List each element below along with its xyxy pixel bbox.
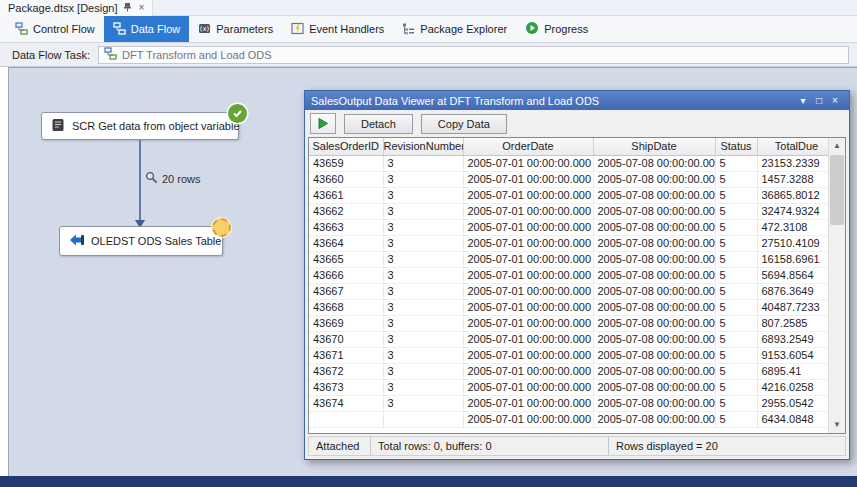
data-viewer-annotation[interactable]: 20 rows bbox=[145, 171, 201, 186]
grid-row[interactable]: 4365932005-07-01 00:00:00.0002005-07-08 … bbox=[309, 155, 828, 171]
grid-row[interactable]: 4366932005-07-01 00:00:00.0002005-07-08 … bbox=[309, 315, 828, 331]
grid-row[interactable]: 4366732005-07-01 00:00:00.0002005-07-08 … bbox=[309, 283, 828, 299]
grid-row[interactable]: 4367032005-07-01 00:00:00.0002005-07-08 … bbox=[309, 331, 828, 347]
data-flow-task-value: DFT Transform and Load ODS bbox=[122, 49, 272, 61]
play-button[interactable] bbox=[310, 113, 336, 134]
task-icon bbox=[104, 47, 117, 62]
grid-cell: 27510.4109 bbox=[757, 235, 828, 251]
column-header[interactable]: RevisionNumber bbox=[383, 138, 463, 155]
close-icon[interactable]: × bbox=[827, 93, 843, 109]
tab-data-flow[interactable]: Data Flow bbox=[104, 16, 190, 42]
data-flow-task-combo[interactable]: DFT Transform and Load ODS bbox=[98, 46, 849, 64]
document-tab-package[interactable]: Package.dtsx [Design] × bbox=[0, 0, 153, 16]
task-script-source[interactable]: SCR Get data from object variable bbox=[41, 112, 239, 140]
grid-row[interactable]: 4366132005-07-01 00:00:00.0002005-07-08 … bbox=[309, 187, 828, 203]
grid-cell: 43672 bbox=[309, 363, 383, 379]
grid-cell: 5 bbox=[715, 235, 757, 251]
grid-cell: 5 bbox=[715, 363, 757, 379]
grid-cell: 2005-07-08 00:00:00.000 bbox=[593, 187, 715, 203]
total-rows-status: Total rows: 0, buffers: 0 bbox=[371, 437, 609, 455]
grid-cell: 40487.7233 bbox=[757, 299, 828, 315]
grid-cell: 5 bbox=[715, 411, 757, 427]
tab-label: Package Explorer bbox=[420, 23, 507, 35]
package-explorer-icon bbox=[402, 22, 415, 37]
vs-status-bar bbox=[0, 476, 857, 487]
grid-cell: 2005-07-01 00:00:00.000 bbox=[463, 299, 593, 315]
data-viewer-toolbar: Detach Copy Data bbox=[305, 110, 849, 137]
grid-cell: 36865.8012 bbox=[757, 187, 828, 203]
design-surface[interactable]: SCR Get data from object variable 20 row… bbox=[8, 67, 857, 476]
tab-label: Event Handlers bbox=[309, 23, 384, 35]
copy-data-button[interactable]: Copy Data bbox=[421, 114, 507, 134]
grid-cell: 6876.3649 bbox=[757, 283, 828, 299]
tab-progress[interactable]: Progress bbox=[516, 16, 597, 42]
grid-row[interactable]: 4367132005-07-01 00:00:00.0002005-07-08 … bbox=[309, 347, 828, 363]
grid-viewport[interactable]: SalesOrderIDRevisionNumberOrderDateShipD… bbox=[309, 138, 828, 433]
chevron-down-icon[interactable]: ▾ bbox=[795, 93, 811, 109]
grid-row[interactable]: 4366632005-07-01 00:00:00.0002005-07-08 … bbox=[309, 267, 828, 283]
data-viewer-status-bar: Attached Total rows: 0, buffers: 0 Rows … bbox=[308, 436, 846, 456]
tab-label: Parameters bbox=[216, 23, 273, 35]
data-viewer-title-bar[interactable]: SalesOutput Data Viewer at DFT Transform… bbox=[305, 91, 849, 110]
grid-cell: 43662 bbox=[309, 203, 383, 219]
grid-cell: 2005-07-01 00:00:00.000 bbox=[463, 331, 593, 347]
pin-icon[interactable] bbox=[123, 2, 132, 14]
grid-cell: 2005-07-01 00:00:00.000 bbox=[463, 203, 593, 219]
grid-cell: 2005-07-01 00:00:00.000 bbox=[463, 315, 593, 331]
grid-cell: 2005-07-01 00:00:00.000 bbox=[463, 219, 593, 235]
grid-cell: 6434.0848 bbox=[757, 411, 828, 427]
grid-cell: 2005-07-08 00:00:00.000 bbox=[593, 283, 715, 299]
grid-cell bbox=[309, 411, 383, 427]
detach-button[interactable]: Detach bbox=[344, 114, 413, 134]
tab-label: Progress bbox=[544, 23, 588, 35]
grid-row[interactable]: 4367332005-07-01 00:00:00.0002005-07-08 … bbox=[309, 379, 828, 395]
grid-cell: 43673 bbox=[309, 379, 383, 395]
grid-row[interactable]: 2005-07-01 00:00:00.0002005-07-08 00:00:… bbox=[309, 411, 828, 427]
column-header[interactable]: Status bbox=[715, 138, 757, 155]
column-header[interactable]: ShipDate bbox=[593, 138, 715, 155]
grid-row[interactable]: 4366032005-07-01 00:00:00.0002005-07-08 … bbox=[309, 171, 828, 187]
document-tab-label: Package.dtsx [Design] bbox=[8, 2, 117, 14]
tab-control-flow[interactable]: Control Flow bbox=[6, 16, 104, 42]
script-component-icon bbox=[50, 117, 66, 135]
grid-cell: 43668 bbox=[309, 299, 383, 315]
column-header[interactable]: OrderDate bbox=[463, 138, 593, 155]
svg-text:(x): (x) bbox=[200, 25, 210, 33]
grid-cell: 16158.6961 bbox=[757, 251, 828, 267]
grid-row[interactable]: 4367432005-07-01 00:00:00.0002005-07-08 … bbox=[309, 395, 828, 411]
grid-row[interactable]: 4366832005-07-01 00:00:00.0002005-07-08 … bbox=[309, 299, 828, 315]
scrollbar-thumb[interactable] bbox=[830, 155, 844, 225]
grid-cell: 3 bbox=[383, 283, 463, 299]
close-tab-icon[interactable]: × bbox=[138, 3, 144, 13]
column-header[interactable]: SalesOrderID bbox=[309, 138, 383, 155]
grid-cell: 2005-07-08 00:00:00.000 bbox=[593, 315, 715, 331]
grid-row[interactable]: 4366232005-07-01 00:00:00.0002005-07-08 … bbox=[309, 203, 828, 219]
tab-parameters[interactable]: (x) Parameters bbox=[189, 16, 282, 42]
maximize-icon[interactable]: □ bbox=[811, 93, 827, 109]
grid-row[interactable]: 4367232005-07-01 00:00:00.0002005-07-08 … bbox=[309, 363, 828, 379]
parameters-icon: (x) bbox=[198, 22, 211, 37]
grid-row[interactable]: 4366432005-07-01 00:00:00.0002005-07-08 … bbox=[309, 235, 828, 251]
grid-cell: 43669 bbox=[309, 315, 383, 331]
grid-row[interactable]: 4366532005-07-01 00:00:00.0002005-07-08 … bbox=[309, 251, 828, 267]
grid-cell: 2005-07-08 00:00:00.000 bbox=[593, 379, 715, 395]
grid-cell: 5 bbox=[715, 219, 757, 235]
data-flow-task-row: Data Flow Task: DFT Transform and Load O… bbox=[0, 43, 857, 67]
task-oledb-destination[interactable]: OLEDST ODS Sales Table bbox=[59, 226, 223, 256]
scroll-down-icon[interactable]: ▼ bbox=[829, 417, 845, 433]
grid-cell: 2005-07-01 00:00:00.000 bbox=[463, 363, 593, 379]
grid-row[interactable]: 4366332005-07-01 00:00:00.0002005-07-08 … bbox=[309, 219, 828, 235]
grid-cell: 5 bbox=[715, 331, 757, 347]
tab-event-handlers[interactable]: Event Handlers bbox=[282, 16, 393, 42]
grid-cell: 2005-07-08 00:00:00.000 bbox=[593, 155, 715, 171]
scroll-up-icon[interactable]: ▲ bbox=[829, 138, 845, 154]
grid-cell: 3 bbox=[383, 171, 463, 187]
vertical-scrollbar[interactable]: ▲ ▼ bbox=[828, 138, 845, 433]
grid-cell: 2005-07-08 00:00:00.000 bbox=[593, 267, 715, 283]
data-viewer-window: SalesOutput Data Viewer at DFT Transform… bbox=[304, 90, 850, 460]
grid-cell: 3 bbox=[383, 203, 463, 219]
grid-cell: 5 bbox=[715, 155, 757, 171]
grid-cell: 5 bbox=[715, 379, 757, 395]
column-header[interactable]: TotalDue bbox=[757, 138, 828, 155]
tab-package-explorer[interactable]: Package Explorer bbox=[393, 16, 516, 42]
